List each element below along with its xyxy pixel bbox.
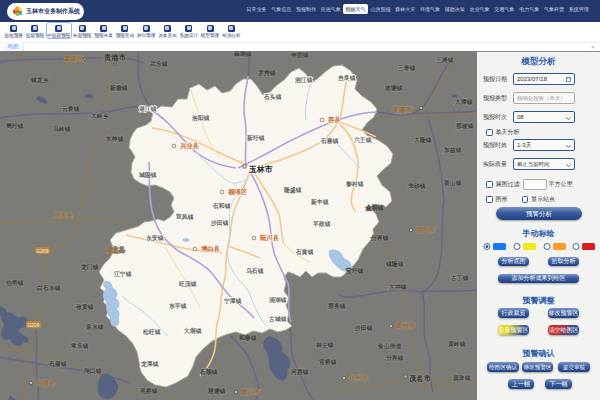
svg-text:黎村镇: 黎村镇 <box>345 180 364 188</box>
svg-text:宝圩镇: 宝圩镇 <box>346 267 364 275</box>
svg-text:容县: 容县 <box>327 116 341 124</box>
svg-text:城隍镇: 城隍镇 <box>138 171 157 179</box>
svg-text:波塘镇: 波塘镇 <box>384 84 403 92</box>
svg-text:清湖镇: 清湖镇 <box>268 296 287 304</box>
svg-text:雅塘镇: 雅塘镇 <box>207 387 226 395</box>
svg-text:玉林市: 玉林市 <box>248 164 272 174</box>
svg-text:石窝镇: 石窝镇 <box>295 248 314 256</box>
svg-text:大岭乡: 大岭乡 <box>90 112 109 120</box>
svg-text:古丁镇: 古丁镇 <box>450 274 469 282</box>
svg-text:常乐镇: 常乐镇 <box>71 342 89 350</box>
svg-text:河唇镇: 河唇镇 <box>290 368 309 376</box>
svg-text:观珠镇: 观珠镇 <box>452 374 471 382</box>
svg-text:陆川县: 陆川县 <box>260 234 280 242</box>
svg-text:白石水镇: 白石水镇 <box>37 284 61 292</box>
svg-text:G209: G209 <box>36 248 48 254</box>
svg-text:和寨镇: 和寨镇 <box>238 334 257 342</box>
svg-text:黄岭镇: 黄岭镇 <box>448 340 466 348</box>
svg-text:分界镇: 分界镇 <box>370 234 389 242</box>
svg-text:新圩镇: 新圩镇 <box>246 134 265 142</box>
svg-text:博白县: 博白县 <box>200 245 221 253</box>
svg-text:林尘镇: 林尘镇 <box>315 341 334 349</box>
svg-text:平政镇: 平政镇 <box>312 220 331 228</box>
svg-text:罗秀镇: 罗秀镇 <box>257 69 276 77</box>
svg-text:官桥镇: 官桥镇 <box>319 358 337 366</box>
svg-text:寺面镇: 寺面镇 <box>290 51 309 59</box>
svg-text:石头镇: 石头镇 <box>263 93 282 101</box>
svg-text:旺茂镇: 旺茂镇 <box>179 280 197 288</box>
svg-text:云表镇: 云表镇 <box>62 105 80 113</box>
svg-text:宁潭镇: 宁潭镇 <box>224 297 242 305</box>
svg-text:金垌镇: 金垌镇 <box>365 204 384 212</box>
svg-text:贵港市: 贵港市 <box>103 53 127 62</box>
svg-text:古城镇: 古城镇 <box>268 315 287 323</box>
svg-text:沙田镇: 沙田镇 <box>210 219 229 227</box>
svg-text:廉江市: 廉江市 <box>240 388 261 396</box>
svg-text:福绵区: 福绵区 <box>227 188 248 196</box>
svg-text:张黄镇: 张黄镇 <box>75 303 94 311</box>
svg-text:亮桥镇: 亮桥镇 <box>139 387 158 395</box>
svg-text:泉水镇: 泉水镇 <box>85 323 104 331</box>
svg-text:龙门镇: 龙门镇 <box>80 263 99 271</box>
svg-text:自良镇: 自良镇 <box>338 74 356 82</box>
svg-text:石康镇: 石康镇 <box>48 360 67 368</box>
svg-text:东平镇: 东平镇 <box>168 302 187 310</box>
svg-text:大隆镇: 大隆镇 <box>413 136 432 144</box>
svg-text:大垌镇: 大垌镇 <box>183 327 202 335</box>
svg-text:伯劳镇: 伯劳镇 <box>5 279 24 287</box>
svg-text:浦北县: 浦北县 <box>105 246 126 254</box>
svg-text:湛江镇: 湛江镇 <box>138 105 157 113</box>
svg-text:三堡镇: 三堡镇 <box>398 64 416 72</box>
svg-text:马岭镇: 马岭镇 <box>53 125 71 133</box>
svg-text:那坡镇: 那坡镇 <box>455 122 474 130</box>
svg-text:茂名市: 茂名市 <box>408 374 432 383</box>
svg-text:石颈镇: 石颈镇 <box>199 368 218 376</box>
svg-text:镇龙乡: 镇龙乡 <box>30 76 49 84</box>
svg-text:龙潭镇: 龙潭镇 <box>140 360 159 368</box>
svg-text:覃塘区: 覃塘区 <box>63 55 84 63</box>
svg-text:大潭镇: 大潭镇 <box>454 98 473 106</box>
svg-text:江宁镇: 江宁镇 <box>113 270 132 278</box>
svg-text:高州市: 高州市 <box>396 322 416 330</box>
svg-text:泗江镇: 泗江镇 <box>294 77 313 84</box>
svg-text:茶山镇: 茶山镇 <box>443 179 462 187</box>
svg-text:石寨镇: 石寨镇 <box>320 137 339 145</box>
svg-text:合浦县: 合浦县 <box>35 379 56 387</box>
svg-text:沙田镇: 沙田镇 <box>354 324 373 332</box>
svg-text:松旺镇: 松旺镇 <box>142 328 161 336</box>
svg-text:灵山县: 灵山县 <box>53 211 74 219</box>
svg-text:金山街道: 金山街道 <box>377 342 402 350</box>
svg-text:洛阳镇: 洛阳镇 <box>191 114 210 122</box>
svg-text:六王镇: 六王镇 <box>353 136 372 144</box>
svg-text:信宜市: 信宜市 <box>415 226 436 234</box>
svg-text:兴业县: 兴业县 <box>179 142 200 150</box>
svg-text:麻垌镇: 麻垌镇 <box>233 51 252 58</box>
svg-text:那务镇: 那务镇 <box>327 302 346 310</box>
svg-text:大井镇: 大井镇 <box>388 283 407 291</box>
svg-text:石和镇: 石和镇 <box>212 202 231 210</box>
svg-text:双凤镇: 双凤镇 <box>175 213 194 221</box>
svg-text:新塘镇: 新塘镇 <box>109 84 128 92</box>
svg-text:三滩镇: 三滩镇 <box>436 56 454 64</box>
svg-text:新丰镇: 新丰镇 <box>310 198 329 206</box>
svg-text:G209: G209 <box>27 322 39 328</box>
svg-text:化州市: 化州市 <box>348 374 369 382</box>
svg-text:镇隆镇: 镇隆镇 <box>385 260 404 268</box>
svg-text:分界镇: 分界镇 <box>385 354 404 362</box>
svg-text:隆盛镇: 隆盛镇 <box>284 186 302 194</box>
svg-text:加益镇: 加益镇 <box>443 146 462 154</box>
svg-text:朱砂镇: 朱砂镇 <box>408 182 426 190</box>
svg-text:岑溪市: 岑溪市 <box>391 105 413 114</box>
svg-text:周圩镇: 周圩镇 <box>5 122 24 130</box>
svg-text:武乐镇: 武乐镇 <box>149 60 168 68</box>
svg-text:闸口镇: 闸口镇 <box>84 367 102 375</box>
svg-text:木梓镇: 木梓镇 <box>105 135 124 143</box>
svg-text:永安镇: 永安镇 <box>145 234 164 242</box>
svg-text:乌石镇: 乌石镇 <box>245 267 264 275</box>
